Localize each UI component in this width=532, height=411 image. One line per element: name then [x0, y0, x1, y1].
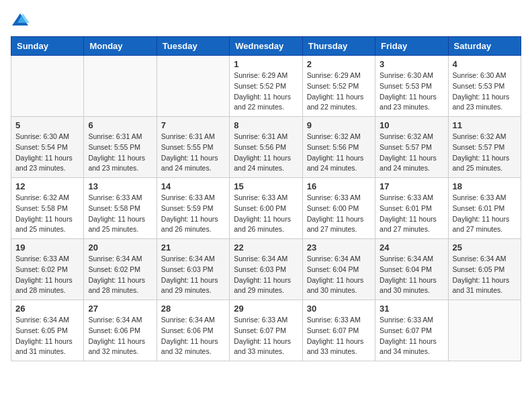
weekday-header-row: SundayMondayTuesdayWednesdayThursdayFrid…: [11, 37, 521, 56]
logo-icon: [11, 11, 30, 30]
day-number: 15: [234, 181, 298, 191]
day-info: Sunrise: 6:33 AM Sunset: 6:00 PM Dayligh…: [234, 193, 298, 235]
day-info: Sunrise: 6:32 AM Sunset: 5:58 PM Dayligh…: [15, 193, 79, 235]
day-cell: 11 Sunrise: 6:32 AM Sunset: 5:57 PM Dayl…: [448, 117, 521, 178]
weekday-header-tuesday: Tuesday: [157, 37, 229, 56]
day-number: 25: [453, 242, 517, 253]
day-info: Sunrise: 6:34 AM Sunset: 6:04 PM Dayligh…: [307, 254, 371, 296]
day-number: 7: [161, 120, 225, 130]
week-row-3: 12 Sunrise: 6:32 AM Sunset: 5:58 PM Dayl…: [11, 178, 521, 239]
weekday-header-sunday: Sunday: [11, 37, 84, 56]
day-info: Sunrise: 6:33 AM Sunset: 6:02 PM Dayligh…: [15, 254, 79, 296]
day-cell: 26 Sunrise: 6:34 AM Sunset: 6:05 PM Dayl…: [11, 300, 84, 361]
day-info: Sunrise: 6:34 AM Sunset: 6:05 PM Dayligh…: [453, 254, 517, 296]
weekday-header-thursday: Thursday: [302, 37, 375, 56]
day-number: 5: [15, 120, 79, 130]
day-cell: 30 Sunrise: 6:33 AM Sunset: 6:07 PM Dayl…: [302, 300, 375, 361]
weekday-header-friday: Friday: [375, 37, 448, 56]
day-cell: 19 Sunrise: 6:33 AM Sunset: 6:02 PM Dayl…: [11, 239, 84, 300]
day-info: Sunrise: 6:34 AM Sunset: 6:05 PM Dayligh…: [15, 315, 79, 357]
day-cell: 12 Sunrise: 6:32 AM Sunset: 5:58 PM Dayl…: [11, 178, 84, 239]
day-cell: 5 Sunrise: 6:30 AM Sunset: 5:54 PM Dayli…: [11, 117, 84, 178]
day-number: 16: [307, 181, 371, 191]
header: [11, 11, 521, 30]
day-number: 19: [15, 242, 79, 253]
day-info: Sunrise: 6:29 AM Sunset: 5:52 PM Dayligh…: [234, 71, 298, 113]
day-info: Sunrise: 6:33 AM Sunset: 5:59 PM Dayligh…: [161, 193, 225, 235]
day-number: 29: [234, 304, 298, 314]
day-cell: 9 Sunrise: 6:32 AM Sunset: 5:56 PM Dayli…: [302, 117, 375, 178]
day-number: 23: [307, 242, 371, 253]
day-cell: 25 Sunrise: 6:34 AM Sunset: 6:05 PM Dayl…: [448, 239, 521, 300]
day-cell: 2 Sunrise: 6:29 AM Sunset: 5:52 PM Dayli…: [302, 56, 375, 117]
day-info: Sunrise: 6:30 AM Sunset: 5:54 PM Dayligh…: [15, 132, 79, 174]
day-cell: [157, 56, 229, 117]
day-info: Sunrise: 6:34 AM Sunset: 6:04 PM Dayligh…: [380, 254, 443, 296]
day-number: 4: [453, 59, 517, 69]
day-cell: 31 Sunrise: 6:33 AM Sunset: 6:07 PM Dayl…: [375, 300, 448, 361]
day-cell: 23 Sunrise: 6:34 AM Sunset: 6:04 PM Dayl…: [302, 239, 375, 300]
day-cell: 14 Sunrise: 6:33 AM Sunset: 5:59 PM Dayl…: [157, 178, 229, 239]
day-info: Sunrise: 6:31 AM Sunset: 5:55 PM Dayligh…: [88, 132, 152, 174]
day-number: 21: [161, 242, 225, 253]
day-cell: 17 Sunrise: 6:33 AM Sunset: 6:01 PM Dayl…: [375, 178, 448, 239]
week-row-2: 5 Sunrise: 6:30 AM Sunset: 5:54 PM Dayli…: [11, 117, 521, 178]
day-number: 28: [161, 304, 225, 314]
day-number: 31: [380, 304, 443, 314]
day-cell: 24 Sunrise: 6:34 AM Sunset: 6:04 PM Dayl…: [375, 239, 448, 300]
day-info: Sunrise: 6:31 AM Sunset: 5:56 PM Dayligh…: [234, 132, 298, 174]
day-info: Sunrise: 6:34 AM Sunset: 6:06 PM Dayligh…: [161, 315, 225, 357]
day-cell: [84, 56, 157, 117]
day-info: Sunrise: 6:33 AM Sunset: 5:58 PM Dayligh…: [88, 193, 152, 235]
day-cell: 8 Sunrise: 6:31 AM Sunset: 5:56 PM Dayli…: [230, 117, 302, 178]
day-number: 8: [234, 120, 298, 130]
day-number: 3: [380, 59, 443, 69]
day-cell: 7 Sunrise: 6:31 AM Sunset: 5:55 PM Dayli…: [157, 117, 229, 178]
day-cell: 15 Sunrise: 6:33 AM Sunset: 6:00 PM Dayl…: [230, 178, 302, 239]
day-number: 1: [234, 59, 298, 69]
day-info: Sunrise: 6:34 AM Sunset: 6:03 PM Dayligh…: [161, 254, 225, 296]
day-info: Sunrise: 6:30 AM Sunset: 5:53 PM Dayligh…: [453, 71, 517, 113]
day-number: 10: [380, 120, 443, 130]
day-cell: [11, 56, 84, 117]
day-cell: 1 Sunrise: 6:29 AM Sunset: 5:52 PM Dayli…: [230, 56, 302, 117]
day-cell: 13 Sunrise: 6:33 AM Sunset: 5:58 PM Dayl…: [84, 178, 157, 239]
day-cell: 29 Sunrise: 6:33 AM Sunset: 6:07 PM Dayl…: [230, 300, 302, 361]
day-cell: 3 Sunrise: 6:30 AM Sunset: 5:53 PM Dayli…: [375, 56, 448, 117]
weekday-header-wednesday: Wednesday: [230, 37, 302, 56]
day-info: Sunrise: 6:33 AM Sunset: 6:01 PM Dayligh…: [380, 193, 443, 235]
day-info: Sunrise: 6:30 AM Sunset: 5:53 PM Dayligh…: [380, 71, 443, 113]
day-info: Sunrise: 6:33 AM Sunset: 6:07 PM Dayligh…: [234, 315, 298, 357]
day-number: 24: [380, 242, 443, 253]
day-info: Sunrise: 6:32 AM Sunset: 5:57 PM Dayligh…: [380, 132, 443, 174]
day-cell: 6 Sunrise: 6:31 AM Sunset: 5:55 PM Dayli…: [84, 117, 157, 178]
day-info: Sunrise: 6:33 AM Sunset: 6:01 PM Dayligh…: [453, 193, 517, 235]
day-info: Sunrise: 6:32 AM Sunset: 5:57 PM Dayligh…: [453, 132, 517, 174]
day-number: 12: [15, 181, 79, 191]
day-info: Sunrise: 6:32 AM Sunset: 5:56 PM Dayligh…: [307, 132, 371, 174]
day-number: 20: [88, 242, 152, 253]
day-cell: [448, 300, 521, 361]
day-number: 17: [380, 181, 443, 191]
day-number: 13: [88, 181, 152, 191]
day-info: Sunrise: 6:33 AM Sunset: 6:07 PM Dayligh…: [380, 315, 443, 357]
weekday-header-saturday: Saturday: [448, 37, 521, 56]
week-row-1: 1 Sunrise: 6:29 AM Sunset: 5:52 PM Dayli…: [11, 56, 521, 117]
day-info: Sunrise: 6:33 AM Sunset: 6:00 PM Dayligh…: [307, 193, 371, 235]
day-number: 9: [307, 120, 371, 130]
week-row-5: 26 Sunrise: 6:34 AM Sunset: 6:05 PM Dayl…: [11, 300, 521, 361]
day-info: Sunrise: 6:29 AM Sunset: 5:52 PM Dayligh…: [307, 71, 371, 113]
day-info: Sunrise: 6:31 AM Sunset: 5:55 PM Dayligh…: [161, 132, 225, 174]
day-cell: 27 Sunrise: 6:34 AM Sunset: 6:06 PM Dayl…: [84, 300, 157, 361]
weekday-header-monday: Monday: [84, 37, 157, 56]
day-cell: 20 Sunrise: 6:34 AM Sunset: 6:02 PM Dayl…: [84, 239, 157, 300]
day-cell: 16 Sunrise: 6:33 AM Sunset: 6:00 PM Dayl…: [302, 178, 375, 239]
calendar: SundayMondayTuesdayWednesdayThursdayFrid…: [11, 36, 521, 361]
day-cell: 4 Sunrise: 6:30 AM Sunset: 5:53 PM Dayli…: [448, 56, 521, 117]
day-cell: 21 Sunrise: 6:34 AM Sunset: 6:03 PM Dayl…: [157, 239, 229, 300]
day-info: Sunrise: 6:34 AM Sunset: 6:02 PM Dayligh…: [88, 254, 152, 296]
day-cell: 22 Sunrise: 6:34 AM Sunset: 6:03 PM Dayl…: [230, 239, 302, 300]
day-number: 11: [453, 120, 517, 130]
day-number: 22: [234, 242, 298, 253]
day-cell: 28 Sunrise: 6:34 AM Sunset: 6:06 PM Dayl…: [157, 300, 229, 361]
